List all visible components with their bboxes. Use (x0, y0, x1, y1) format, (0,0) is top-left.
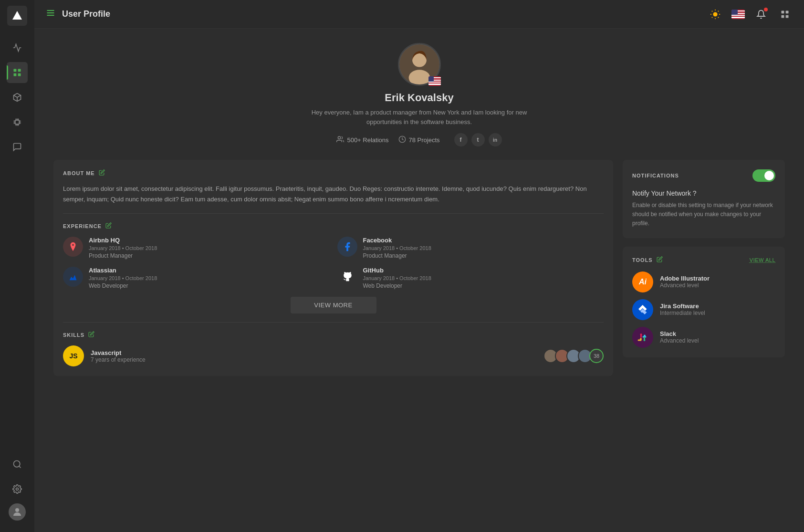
skill-endorsers: 38 (543, 349, 604, 363)
exp-info-atlassian: Atlassian January 2018 • October 2018 We… (89, 267, 157, 289)
exp-info-airbnb: Airbnb HQ January 2018 • October 2018 Pr… (89, 237, 157, 259)
skill-item-js: JS Javascript 7 years of experience 38 (63, 345, 604, 366)
svg-rect-26 (786, 15, 789, 18)
exp-item-github: GitHub January 2018 • October 2018 Web D… (337, 267, 604, 289)
svg-rect-1 (14, 69, 17, 72)
user-avatar-sidebar[interactable] (9, 503, 26, 521)
svg-rect-2 (18, 69, 21, 72)
svg-rect-4 (18, 73, 21, 76)
header: User Profile (34, 0, 804, 29)
exp-info-github: GitHub January 2018 • October 2018 Web D… (363, 267, 431, 289)
tools-view-all-link[interactable]: VIEW ALL (750, 257, 775, 263)
about-text: Lorem ipsum dolor sit amet, consectetur … (63, 184, 604, 205)
svg-rect-23 (782, 10, 784, 13)
profile-name: Erik Kovalsky (385, 92, 453, 104)
svg-line-8 (19, 466, 21, 468)
linkedin-link[interactable]: in (489, 133, 502, 146)
endorser-count: 38 (589, 349, 604, 363)
adobe-illustrator-info: Adobe Illustrator Advanced level (660, 275, 710, 289)
github-dates: January 2018 • October 2018 (363, 275, 431, 281)
js-badge: JS (63, 345, 84, 366)
tools-section-header-inner: TOOLS (632, 256, 663, 264)
skills-section-title: SKILLS (63, 332, 84, 338)
js-skill-name: Javascript (91, 349, 537, 356)
adobe-illustrator-level: Advanced level (660, 282, 710, 289)
js-skill-years: 7 years of experience (91, 356, 537, 363)
sidebar-item-chat[interactable] (7, 136, 28, 157)
twitter-link[interactable]: t (471, 133, 485, 146)
svg-line-18 (718, 17, 719, 17)
profile-header: Erik Kovalsky Hey everyone, Iam a produc… (53, 43, 785, 146)
github-company: GitHub (363, 267, 431, 274)
svg-point-29 (408, 70, 430, 86)
jira-level: Intermediate level (660, 310, 705, 316)
menu-icon[interactable] (46, 8, 55, 20)
tools-header: TOOLS VIEW ALL (632, 256, 775, 264)
main-content: User Profile (34, 0, 804, 532)
projects-stat: 78 Projects (398, 136, 440, 145)
notifications-section-title: NOTIFICATIONS (632, 173, 679, 178)
skills-section-header: SKILLS (63, 331, 604, 339)
notifications-header: NOTIFICATIONS (632, 169, 775, 182)
apps-grid-icon[interactable] (777, 7, 793, 22)
airbnb-dates: January 2018 • October 2018 (89, 245, 157, 251)
skills-edit-icon[interactable] (88, 331, 94, 339)
svg-point-9 (16, 488, 19, 490)
sidebar-item-dashboard[interactable] (7, 62, 28, 83)
tool-item-slack: Slack Advanced level (632, 327, 775, 348)
notifications-toggle[interactable] (752, 169, 775, 182)
about-section-title: ABOUT ME (63, 170, 95, 176)
notify-network-description: Enable or disable this setting to manage… (632, 201, 775, 229)
svg-rect-6 (15, 120, 19, 124)
sidebar-item-chip[interactable] (7, 112, 28, 133)
sidebar-nav (7, 37, 28, 454)
facebook-dates: January 2018 • October 2018 (363, 245, 431, 251)
projects-icon (398, 136, 406, 145)
avatar-wrap (398, 43, 441, 86)
view-more-button[interactable]: VIEW MORE (291, 297, 376, 313)
header-actions (708, 7, 793, 22)
theme-toggle-icon[interactable] (708, 7, 723, 22)
page-title: User Profile (62, 9, 708, 19)
sidebar-item-cube[interactable] (7, 87, 28, 108)
exp-item-airbnb: Airbnb HQ January 2018 • October 2018 Pr… (63, 237, 330, 259)
svg-point-10 (15, 508, 19, 512)
svg-line-17 (712, 10, 712, 11)
sidebar-item-settings[interactable] (7, 479, 28, 500)
sidebar-item-search[interactable] (7, 454, 28, 475)
notify-network-subtitle: Notify Your Network ? (632, 189, 775, 197)
about-section-header: ABOUT ME (63, 169, 604, 177)
profile-stats: 500+ Relations 78 Projects f t in (336, 133, 501, 146)
svg-point-30 (338, 136, 341, 139)
adobe-illustrator-name: Adobe Illustrator (660, 275, 710, 282)
facebook-link[interactable]: f (454, 133, 468, 146)
svg-line-22 (718, 10, 719, 11)
svg-rect-39 (638, 339, 642, 341)
github-role: Web Developer (363, 282, 431, 289)
about-edit-icon[interactable] (99, 169, 105, 177)
main-card: ABOUT ME Lorem ipsum dolor sit amet, con… (53, 160, 613, 376)
experience-section-title: EXPERIENCE (63, 223, 102, 229)
svg-point-14 (713, 12, 717, 16)
experience-edit-icon[interactable] (105, 222, 112, 230)
cards-layout: ABOUT ME Lorem ipsum dolor sit amet, con… (53, 160, 785, 376)
projects-count: 78 Projects (409, 136, 440, 144)
language-flag-icon[interactable] (731, 10, 745, 19)
exp-item-facebook: Facebook January 2018 • October 2018 Pro… (337, 237, 604, 259)
app-logo[interactable] (7, 6, 27, 26)
airbnb-company: Airbnb HQ (89, 237, 157, 244)
tools-edit-icon[interactable] (657, 256, 663, 264)
tools-section-title: TOOLS (632, 257, 653, 263)
airbnb-logo (63, 237, 83, 257)
slack-level: Advanced level (660, 337, 699, 344)
experience-section-header: EXPERIENCE (63, 222, 604, 230)
notifications-card: NOTIFICATIONS Notify Your Network ? Enab… (623, 160, 785, 238)
sidebar-item-activity[interactable] (7, 37, 28, 58)
jira-info: Jira Software Intermediate level (660, 303, 705, 316)
svg-rect-38 (644, 337, 645, 341)
atlassian-dates: January 2018 • October 2018 (89, 275, 157, 281)
notifications-icon[interactable] (753, 7, 769, 22)
content-area: Erik Kovalsky Hey everyone, Iam a produc… (34, 29, 804, 532)
tool-item-jira: Jira Software Intermediate level (632, 299, 775, 320)
notification-badge (764, 8, 768, 11)
